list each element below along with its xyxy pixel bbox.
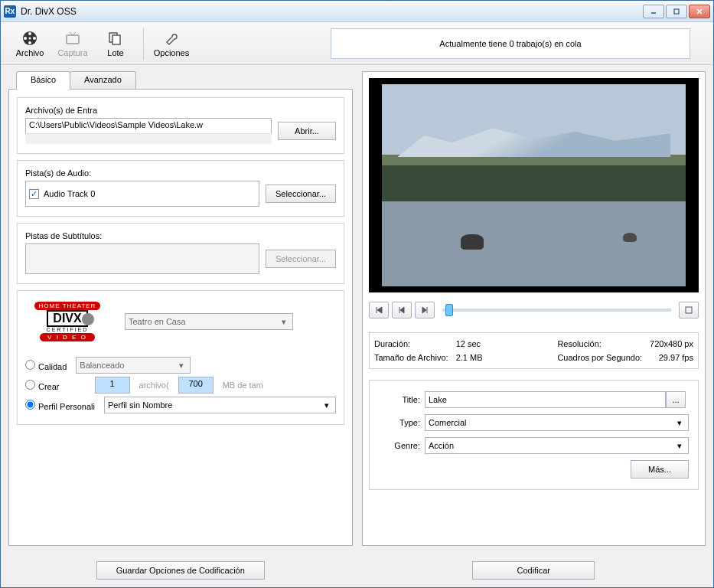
chevron-down-icon: ▾ [176,360,187,371]
media-info: Duración: 12 sec Resolución: 720x480 px … [369,332,699,369]
toolbar-opciones[interactable]: Opciones [150,25,193,62]
queue-status: Actualmente tiene 0 trabajo(s) en cola [331,28,690,59]
svg-rect-1 [674,9,679,14]
audio-select-button[interactable]: Seleccionar... [266,185,336,203]
preview-frame [382,84,686,286]
batch-icon [107,30,124,47]
skip-start-button[interactable] [369,302,389,318]
toolbar: Archivo Captura Lote Opciones Actualment… [1,22,713,65]
tab-basico[interactable]: Básico [16,71,70,90]
filesize-value: 2.1 MB [456,353,550,362]
horizontal-scrollbar[interactable] [25,133,272,144]
filesize-label: Tamaño de Archivo: [374,353,448,362]
preset-value: Teatro en Casa [129,317,186,326]
chevron-down-icon: ▾ [674,417,685,428]
app-window: Rx Dr. DivX OSS Archivo Captura Lote Opc… [0,0,714,588]
svg-rect-14 [112,35,120,44]
profile-group: HOME THEATER DIVX CERTIFIED V I D E O Te… [17,290,344,425]
create-radio[interactable]: Crear [25,380,60,391]
subtitles-list[interactable] [25,243,259,274]
resolution-value: 720x480 px [650,339,693,348]
svg-rect-15 [686,307,692,313]
audio-track-label: Audio Track 0 [44,189,95,198]
maximize-button[interactable] [666,5,687,18]
audio-tracks-group: Pista(s) de Audio: ✓ Audio Track 0 Selec… [17,160,344,217]
step-forward-button[interactable] [415,302,435,318]
meta-title-input[interactable] [425,391,666,408]
svg-point-7 [28,41,31,44]
svg-point-6 [33,37,36,40]
chevron-down-icon: ▾ [279,316,289,327]
toolbar-archivo[interactable]: Archivo [8,25,51,62]
duration-label: Duración: [374,339,448,348]
audio-track-list[interactable]: ✓ Audio Track 0 [25,181,259,207]
chevron-down-icon: ▾ [674,440,685,451]
resolution-label: Resolución: [557,339,642,348]
titlebar[interactable]: Rx Dr. DivX OSS [1,1,713,22]
toolbar-archivo-label: Archivo [16,48,44,57]
toolbar-lote[interactable]: Lote [94,25,137,62]
toolbar-opciones-label: Opciones [154,48,189,57]
input-files-label: Archivo(s) de Entra [25,106,336,115]
quality-radio[interactable]: Calidad [25,360,67,371]
tab-avanzado[interactable]: Avanzado [70,71,136,90]
close-button[interactable] [689,5,710,18]
meta-genre-label: Genre: [379,441,425,450]
svg-rect-10 [67,35,79,44]
create-size-unit-label: MB de tam [223,381,263,390]
minimize-button[interactable] [643,5,664,18]
app-icon: Rx [4,5,16,18]
tv-icon [64,30,81,47]
subtitles-label: Pistas de Subtítulos: [25,231,336,240]
create-unit-label: archivo( [139,381,169,390]
meta-type-label: Type: [379,418,425,427]
meta-genre-select[interactable]: Acción ▾ [425,437,689,454]
meta-title-label: Title: [379,395,425,404]
fps-label: Cuadros por Segundo: [557,353,642,362]
create-files-input[interactable]: 1 [95,377,130,394]
preset-select: Teatro en Casa ▾ [125,313,293,330]
save-encoding-button[interactable]: Guardar Opciones de Codificación [96,561,265,580]
open-button[interactable]: Abrir... [278,122,336,140]
audio-track-checkbox[interactable]: ✓ [29,189,39,199]
preview-panel: Duración: 12 sec Resolución: 720x480 px … [362,71,706,546]
meta-browse-button[interactable]: ... [666,391,686,408]
audio-tracks-label: Pista(s) de Audio: [25,168,336,178]
queue-status-text: Actualmente tiene 0 trabajo(s) en cola [439,39,581,48]
svg-point-8 [24,37,27,40]
create-size-input[interactable]: 700 [178,377,214,394]
fps-value: 29.97 fps [650,353,693,362]
step-back-button[interactable] [392,302,412,318]
duration-value: 12 sec [456,339,550,348]
more-metadata-button[interactable]: Más... [631,460,689,479]
input-files-group: Archivo(s) de Entra C:\Users\Public\Vide… [17,97,344,154]
subtitles-group: Pistas de Subtítulos: Seleccionar... [17,223,344,284]
svg-point-9 [29,37,31,39]
custom-profile-radio[interactable]: Perfil Personali [25,400,95,411]
chevron-down-icon: ▾ [321,400,332,410]
custom-profile-select[interactable]: Perfil sin Nombre ▾ [104,397,336,413]
divx-certified-logo: HOME THEATER DIVX CERTIFIED V I D E O [25,299,109,345]
toolbar-captura-label: Captura [57,48,87,57]
subtitles-select-button: Seleccionar... [266,250,336,268]
quality-select: Balanceado ▾ [76,357,191,374]
meta-type-select[interactable]: Comercial ▾ [425,414,689,431]
toolbar-captura[interactable]: Captura [51,25,94,62]
seek-thumb[interactable] [445,304,453,316]
wrench-icon [163,30,180,47]
player-controls [369,299,699,322]
metadata-group: Title: ... Type: Comercial ▾ Genre: Acci… [369,380,699,490]
window-title: Dr. DivX OSS [21,6,643,17]
toolbar-separator [143,28,144,60]
svg-point-5 [28,32,31,35]
film-reel-icon [21,30,38,47]
video-preview [369,78,699,292]
toolbar-lote-label: Lote [107,48,123,57]
seek-slider[interactable] [442,309,671,312]
encode-button[interactable]: Codificar [472,561,595,580]
fullscreen-button[interactable] [679,302,699,318]
